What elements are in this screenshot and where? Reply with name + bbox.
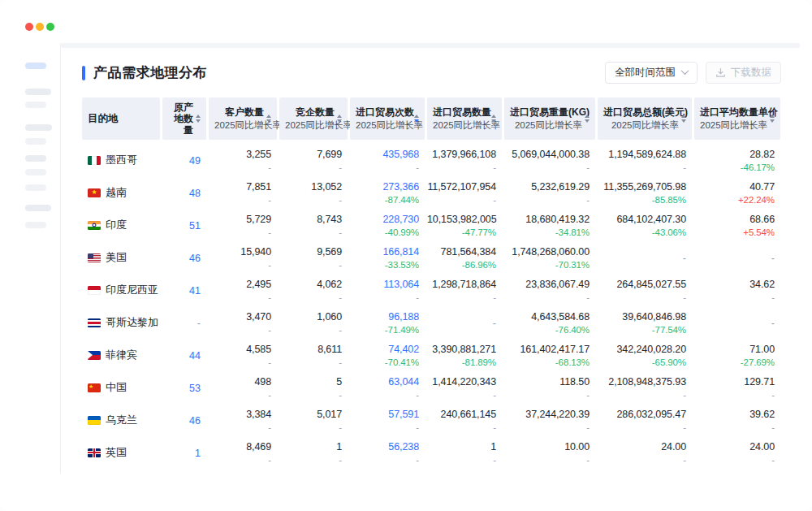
sidebar-skeleton-bar[interactable] bbox=[25, 102, 46, 108]
origin-count-link[interactable]: 46 bbox=[189, 253, 201, 264]
sidebar-skeleton-bar[interactable] bbox=[25, 155, 46, 162]
growth-rate: - bbox=[350, 292, 419, 303]
import_trade_quantity-cell: 1,298,718,864- bbox=[427, 278, 502, 303]
sidebar-skeleton-bar[interactable] bbox=[25, 184, 46, 191]
time-range-select[interactable]: 全部时间范围 bbox=[605, 62, 698, 84]
sidebar-skeleton-bar[interactable] bbox=[25, 169, 46, 175]
metric-value[interactable]: 273,366 bbox=[350, 180, 419, 193]
metric-value: 11,355,269,705.98 bbox=[598, 180, 686, 193]
growth-rate: - bbox=[279, 292, 342, 303]
metric-value: 1,060 bbox=[279, 310, 342, 323]
growth-rate: - bbox=[694, 454, 775, 466]
column-header-competitor_count[interactable]: 竞企数量2025同比增长率 bbox=[279, 97, 348, 140]
growth-rate: -76.40% bbox=[504, 324, 590, 336]
metric-value[interactable]: 56,238 bbox=[350, 440, 419, 453]
minimize-button[interactable] bbox=[36, 23, 44, 31]
column-sub-label: 2025同比增长率 bbox=[510, 119, 582, 131]
growth-rate: - bbox=[209, 259, 271, 271]
metric-value: 10.00 bbox=[504, 440, 590, 453]
column-header-import_avg_unit_price[interactable]: 进口平均数量单价2025同比增长率 bbox=[694, 97, 780, 140]
metric-value[interactable]: 74,402 bbox=[350, 343, 419, 356]
sidebar-skeleton-bar[interactable] bbox=[25, 89, 51, 95]
import_trade_amount_usd-cell: 342,240,028.20-65.90% bbox=[598, 343, 692, 368]
origin-count-link[interactable]: 53 bbox=[189, 383, 201, 394]
metric-value: 1,194,589,624.88 bbox=[598, 148, 686, 161]
metric-value[interactable]: 166,814 bbox=[350, 245, 419, 258]
growth-rate: - bbox=[427, 389, 496, 401]
origin-count-link[interactable]: 41 bbox=[189, 285, 201, 297]
metric-value: 118.50 bbox=[504, 375, 590, 388]
metric-value: 5,017 bbox=[279, 408, 342, 421]
cn-flag-icon bbox=[88, 383, 101, 392]
close-button[interactable] bbox=[25, 23, 33, 31]
origin-count-link[interactable]: 46 bbox=[189, 415, 201, 427]
growth-rate: - bbox=[504, 454, 590, 466]
download-data-button[interactable]: 下载数据 bbox=[706, 62, 781, 84]
sort-desc-icon bbox=[770, 119, 775, 123]
column-label: 原产地数量 bbox=[168, 102, 193, 136]
origin-count-link[interactable]: 49 bbox=[189, 155, 201, 167]
column-header-import_trade_quantity[interactable]: 进口贸易数量2025同比增长率 bbox=[427, 97, 502, 140]
column-header-import_trade_weight_kg[interactable]: 进口贸易重量(KG)2025同比增长率 bbox=[504, 97, 595, 140]
origin-count-cell: 1 bbox=[162, 445, 206, 460]
zoom-button[interactable] bbox=[46, 23, 54, 31]
customer_count-cell: 7,851- bbox=[209, 180, 277, 206]
origin-count-link[interactable]: 51 bbox=[189, 220, 201, 232]
import_trade_quantity-cell: 1,379,966,108- bbox=[427, 148, 502, 173]
country-name: 菲律宾 bbox=[106, 348, 137, 362]
origin-count-cell: 51 bbox=[162, 218, 206, 232]
growth-rate: +22.24% bbox=[694, 194, 775, 206]
growth-rate: -27.69% bbox=[694, 357, 775, 368]
country-name: 英国 bbox=[106, 445, 127, 460]
origin-count-link[interactable]: 1 bbox=[195, 448, 201, 459]
metric-value: 286,032,095.47 bbox=[598, 408, 686, 421]
import_trade_weight_kg-cell: 37,244,220.39- bbox=[504, 408, 595, 433]
metric-value: 9,569 bbox=[279, 245, 342, 258]
column-label: 进口贸易次数 bbox=[356, 106, 412, 119]
growth-rate: -34.81% bbox=[504, 227, 590, 238]
metric-value: 264,845,027.55 bbox=[598, 278, 686, 291]
metric-value: 3,384 bbox=[209, 408, 271, 421]
growth-rate: -87.44% bbox=[350, 194, 419, 206]
import_trade_quantity-cell: 11,572,107,954- bbox=[427, 180, 502, 206]
origin-count-link[interactable]: 48 bbox=[189, 188, 201, 199]
column-header-origin_count[interactable]: 原产地数量 bbox=[162, 97, 206, 140]
metric-value[interactable]: 228,730 bbox=[350, 213, 419, 226]
sidebar-skeleton-bar-active[interactable] bbox=[25, 63, 46, 69]
vn-flag-icon bbox=[88, 188, 101, 197]
metric-value[interactable]: 63,044 bbox=[350, 375, 419, 388]
metric-value: 24.00 bbox=[694, 440, 775, 453]
growth-rate: - bbox=[504, 292, 590, 303]
metric-value: 40.77 bbox=[694, 180, 775, 193]
column-sub-label: 2025同比增长率 bbox=[433, 119, 489, 131]
country-name: 越南 bbox=[106, 185, 127, 200]
column-header-import_trade_count[interactable]: 进口贸易次数2025同比增长率 bbox=[350, 97, 425, 140]
sidebar-skeleton-bar[interactable] bbox=[25, 222, 46, 228]
import_trade_amount_usd-cell: - bbox=[598, 250, 692, 265]
metric-value: 1 bbox=[427, 440, 496, 453]
metric-value[interactable]: 57,591 bbox=[350, 408, 419, 421]
sort-asc-icon bbox=[681, 115, 686, 118]
app-window: 产品需求地理分布 全部时间范围 bbox=[0, 0, 812, 511]
metric-value[interactable]: 113,064 bbox=[350, 278, 419, 291]
growth-rate: - bbox=[279, 227, 342, 238]
import_avg_unit_price-cell: 68.66+5.54% bbox=[694, 213, 780, 238]
us-flag-icon bbox=[88, 253, 101, 262]
metric-value[interactable]: 96,188 bbox=[350, 310, 419, 323]
import_trade_count-cell: 63,044- bbox=[350, 375, 425, 401]
metric-value[interactable]: 435,968 bbox=[350, 148, 419, 161]
metric-value: 8,611 bbox=[279, 343, 342, 356]
sort-carets-icon bbox=[770, 115, 775, 123]
sidebar-skeleton-bar[interactable] bbox=[25, 124, 52, 131]
import_avg_unit_price-cell: 24.00- bbox=[694, 440, 780, 466]
competitor_count-cell: 5,017- bbox=[279, 408, 348, 433]
column-header-import_trade_amount_usd[interactable]: 进口贸易总额(美元)2025同比增长率 bbox=[598, 97, 692, 140]
growth-rate: - bbox=[209, 324, 271, 336]
sidebar-skeleton-bar[interactable] bbox=[25, 205, 51, 211]
column-header-customer_count[interactable]: 客户数量2025同比增长率 bbox=[209, 97, 277, 140]
sidebar-skeleton-bar[interactable] bbox=[25, 138, 46, 145]
import_trade_amount_usd-cell: 1,194,589,624.88- bbox=[598, 148, 692, 173]
origin-count-link[interactable]: 44 bbox=[189, 350, 201, 362]
geo-distribution-panel: 产品需求地理分布 全部时间范围 bbox=[61, 48, 812, 469]
import_trade_amount_usd-cell: 24.00- bbox=[598, 440, 692, 466]
